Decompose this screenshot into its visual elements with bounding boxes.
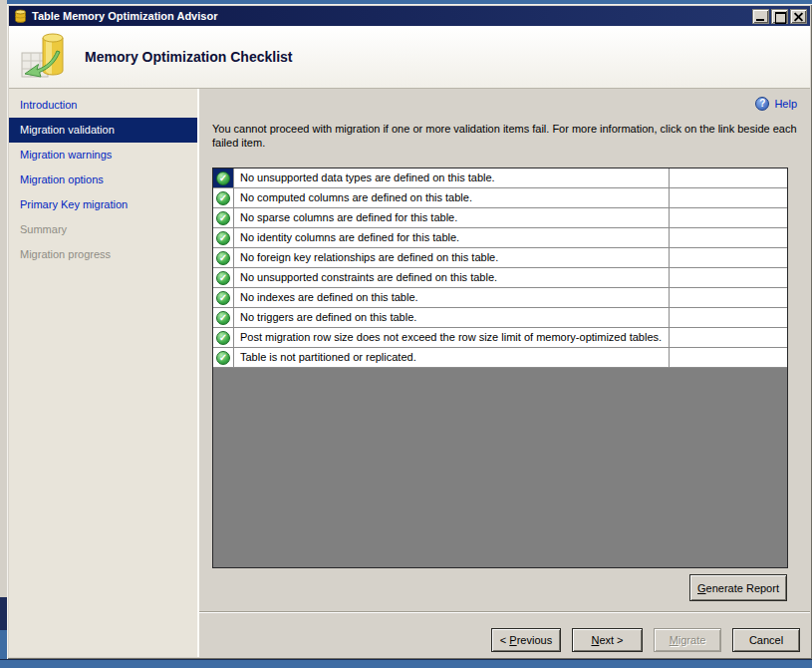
validation-text: No unsupported data types are defined on… bbox=[234, 168, 670, 187]
status-cell bbox=[213, 168, 234, 187]
titlebar[interactable]: Table Memory Optimization Advisor bbox=[9, 6, 810, 26]
green-check-icon bbox=[216, 251, 230, 265]
validation-grid: No unsupported data types are defined on… bbox=[212, 167, 788, 568]
sidebar-step-item[interactable]: Introduction bbox=[9, 93, 197, 118]
dialog-body: Introduction Migration validation Migrat… bbox=[9, 89, 810, 657]
background-taskbar-strip bbox=[0, 659, 812, 668]
validation-row[interactable]: Table is not partitioned or replicated. bbox=[213, 348, 787, 368]
button-label: Cancel bbox=[749, 634, 783, 646]
details-link-cell bbox=[670, 328, 787, 347]
sidebar-step-item[interactable]: Migration progress bbox=[9, 242, 197, 267]
cancel-button[interactable]: Cancel bbox=[732, 628, 800, 652]
validation-row[interactable]: No unsupported data types are defined on… bbox=[213, 168, 787, 188]
help-circle-icon bbox=[755, 97, 769, 111]
button-label: P bbox=[509, 634, 516, 646]
validation-text: No sparse columns are defined for this t… bbox=[234, 208, 670, 227]
status-cell bbox=[213, 308, 234, 327]
maximize-button[interactable] bbox=[771, 9, 788, 24]
details-link-cell bbox=[670, 268, 787, 287]
help-link[interactable]: Help bbox=[755, 97, 797, 111]
window-title: Table Memory Optimization Advisor bbox=[32, 10, 750, 22]
sidebar-step-item[interactable]: Migration validation bbox=[9, 118, 197, 143]
main-panel: Help You cannot proceed with migration i… bbox=[199, 89, 810, 657]
details-link-cell bbox=[670, 308, 787, 327]
details-link-cell bbox=[670, 288, 787, 307]
database-icon bbox=[14, 9, 27, 24]
validation-row[interactable]: No unsupported constraints are defined o… bbox=[213, 268, 787, 288]
validation-text: No unsupported constraints are defined o… bbox=[234, 268, 670, 287]
status-cell bbox=[213, 328, 234, 347]
green-check-icon bbox=[216, 331, 230, 345]
green-check-icon bbox=[216, 291, 230, 305]
validation-text: No indexes are defined on this table. bbox=[234, 288, 670, 307]
help-label: Help bbox=[774, 98, 797, 110]
button-label: < bbox=[500, 634, 509, 646]
sidebar-step-item[interactable]: Migration warnings bbox=[9, 143, 197, 167]
background-window-strip-dark bbox=[0, 597, 7, 630]
page-title: Memory Optimization Checklist bbox=[85, 49, 292, 65]
validation-row[interactable]: No identity columns are defined for this… bbox=[213, 228, 787, 248]
sidebar-step-item[interactable]: Primary Key migration bbox=[9, 192, 197, 217]
previous-button[interactable]: < Previous bbox=[491, 628, 561, 652]
button-label: igrate bbox=[678, 634, 706, 646]
minimize-button[interactable] bbox=[752, 9, 769, 24]
sidebar-step-item[interactable]: Summary bbox=[9, 217, 197, 242]
button-label: enerate Report bbox=[706, 582, 779, 594]
validation-text: No computed columns are defined on this … bbox=[234, 188, 670, 207]
validation-row[interactable]: No computed columns are defined on this … bbox=[213, 188, 787, 208]
status-cell bbox=[213, 208, 234, 227]
details-link-cell bbox=[670, 348, 787, 367]
next-button[interactable]: Next > bbox=[572, 628, 643, 652]
validation-row[interactable]: No foreign key relationships are defined… bbox=[213, 248, 787, 268]
page-description: You cannot proceed with migration if one… bbox=[212, 122, 802, 150]
validation-row[interactable]: No indexes are defined on this table. bbox=[213, 288, 787, 308]
button-label: N bbox=[591, 634, 599, 646]
sidebar-step-label: Migration options bbox=[20, 173, 104, 185]
wizard-steps-sidebar: Introduction Migration validation Migrat… bbox=[9, 89, 199, 657]
generate-report-button[interactable]: Generate Report bbox=[689, 574, 787, 601]
validation-row[interactable]: Post migration row size does not exceed … bbox=[213, 328, 787, 348]
status-cell bbox=[213, 228, 234, 247]
green-check-icon bbox=[216, 231, 230, 245]
validation-text: Table is not partitioned or replicated. bbox=[234, 348, 670, 367]
green-check-icon bbox=[216, 351, 230, 365]
status-cell bbox=[213, 288, 234, 307]
details-link-cell bbox=[670, 228, 787, 247]
validation-row[interactable]: No sparse columns are defined for this t… bbox=[213, 208, 787, 228]
wizard-navigation: < Previous Next > Migrate Cancel bbox=[491, 628, 800, 652]
wizard-header: Memory Optimization Checklist bbox=[9, 26, 810, 89]
footer-divider bbox=[199, 611, 810, 613]
status-cell bbox=[213, 348, 234, 367]
green-check-icon bbox=[216, 191, 230, 205]
details-link-cell bbox=[670, 168, 787, 187]
details-link-cell bbox=[670, 248, 787, 267]
sidebar-step-label: Migration progress bbox=[20, 248, 111, 260]
sidebar-step-item[interactable]: Migration options bbox=[9, 167, 197, 192]
button-label: M bbox=[670, 634, 678, 646]
close-button[interactable] bbox=[790, 9, 807, 24]
button-label: ext > bbox=[599, 634, 623, 646]
green-check-icon bbox=[216, 171, 230, 185]
status-cell bbox=[213, 188, 234, 207]
migrate-button[interactable]: Migrate bbox=[654, 628, 721, 652]
sidebar-step-label: Summary bbox=[20, 223, 67, 235]
details-link-cell bbox=[670, 188, 787, 207]
sidebar-step-label: Migration warnings bbox=[20, 149, 112, 161]
database-migration-icon bbox=[19, 31, 71, 83]
button-label: revious bbox=[517, 634, 552, 646]
wizard-dialog: Table Memory Optimization Advisor Memory… bbox=[7, 4, 812, 659]
green-check-icon bbox=[216, 271, 230, 285]
validation-text: No triggers are defined on this table. bbox=[234, 308, 670, 327]
green-check-icon bbox=[216, 311, 230, 325]
validation-row[interactable]: No triggers are defined on this table. bbox=[213, 308, 787, 328]
details-link-cell bbox=[670, 208, 787, 227]
background-window-strip bbox=[0, 0, 7, 597]
sidebar-step-label: Migration validation bbox=[20, 124, 115, 136]
sidebar-step-label: Primary Key migration bbox=[20, 198, 128, 210]
green-check-icon bbox=[216, 211, 230, 225]
status-cell bbox=[213, 268, 234, 287]
status-cell bbox=[213, 248, 234, 267]
button-label: G bbox=[697, 582, 706, 594]
validation-text: No identity columns are defined for this… bbox=[234, 228, 670, 247]
validation-text: Post migration row size does not exceed … bbox=[234, 328, 670, 347]
